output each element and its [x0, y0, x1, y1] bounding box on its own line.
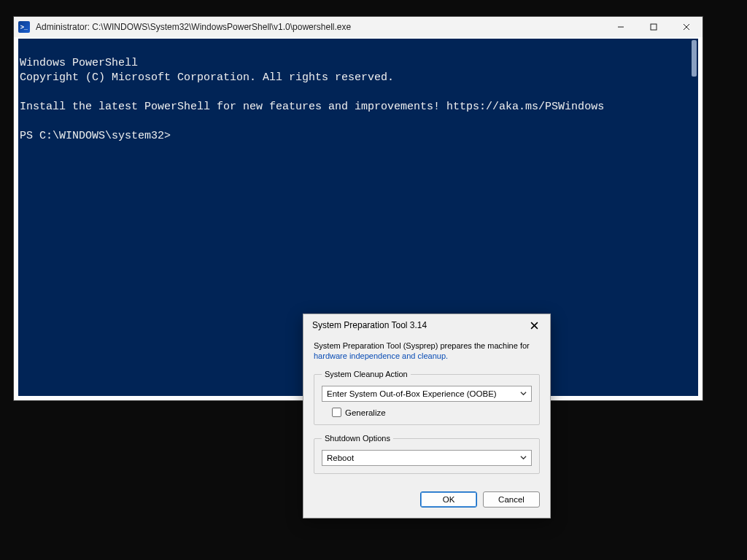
console-line: Install the latest PowerShell for new fe…	[20, 101, 604, 113]
sysprep-titlebar[interactable]: System Preparation Tool 3.14	[303, 314, 550, 336]
powershell-titlebar[interactable]: >_ Administrator: C:\WINDOWS\System32\Wi…	[14, 17, 703, 37]
console-line: Copyright (C) Microsoft Corporation. All…	[20, 71, 394, 84]
description-text: System Preparation Tool (Sysprep) prepar…	[314, 341, 530, 350]
system-cleanup-legend: System Cleanup Action	[322, 370, 411, 378]
maximize-button[interactable]	[637, 17, 670, 37]
minimize-button[interactable]	[604, 17, 637, 37]
cancel-button[interactable]: Cancel	[483, 491, 540, 508]
powershell-icon: >_	[18, 21, 30, 33]
scrollbar-thumb[interactable]	[692, 40, 697, 77]
close-button[interactable]	[670, 17, 703, 37]
shutdown-options-group: Shutdown Options Reboot	[314, 434, 540, 474]
sysprep-title: System Preparation Tool 3.14	[312, 320, 524, 330]
sysprep-body: System Preparation Tool (Sysprep) prepar…	[303, 336, 550, 491]
powershell-title: Administrator: C:\WINDOWS\System32\Windo…	[36, 22, 604, 32]
system-cleanup-value: Enter System Out-of-Box Experience (OOBE…	[327, 389, 497, 398]
system-cleanup-group: System Cleanup Action Enter System Out-o…	[314, 370, 540, 425]
generalize-label: Generalize	[345, 408, 386, 417]
console-line: Windows PowerShell	[20, 57, 138, 69]
ok-button[interactable]: OK	[420, 491, 477, 508]
sysprep-description: System Preparation Tool (Sysprep) prepar…	[314, 341, 540, 361]
close-icon[interactable]	[524, 317, 544, 333]
window-controls	[604, 17, 703, 37]
dialog-buttons: OK Cancel	[303, 491, 550, 518]
console-prompt: PS C:\WINDOWS\system32>	[20, 130, 171, 142]
generalize-row[interactable]: Generalize	[322, 408, 532, 417]
chevron-down-icon	[520, 389, 527, 398]
sysprep-dialog: System Preparation Tool 3.14 System Prep…	[303, 314, 551, 518]
shutdown-options-value: Reboot	[327, 454, 354, 462]
shutdown-options-legend: Shutdown Options	[322, 434, 393, 443]
svg-rect-1	[651, 24, 657, 30]
generalize-checkbox[interactable]	[332, 408, 341, 417]
system-cleanup-select[interactable]: Enter System Out-of-Box Experience (OOBE…	[322, 386, 532, 402]
shutdown-options-select[interactable]: Reboot	[322, 450, 532, 466]
description-link: hardware independence and cleanup.	[314, 351, 448, 360]
chevron-down-icon	[520, 454, 527, 462]
